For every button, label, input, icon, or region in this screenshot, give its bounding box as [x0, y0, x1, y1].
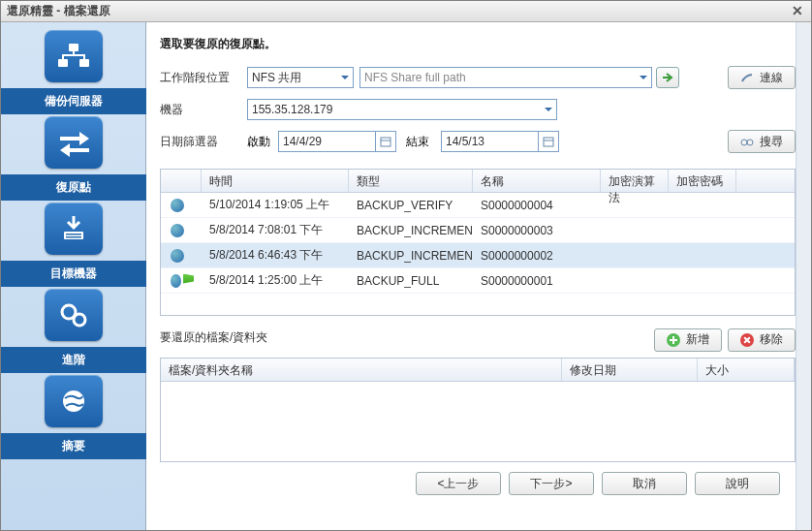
svg-rect-2	[79, 59, 89, 67]
date-filter-label: 日期篩選器	[160, 134, 247, 150]
globe-icon	[171, 199, 184, 212]
sidebar-label: 摘要	[1, 433, 146, 459]
sidebar: 備份伺服器 復原點 目標機器 進階	[1, 22, 146, 530]
content-area: 選取要復原的復原點。 工作階段位置 NFS 共用 NFS Share full …	[146, 22, 811, 530]
plug-icon	[740, 72, 754, 83]
search-button[interactable]: 搜尋	[728, 130, 796, 153]
cell-time: 5/10/2014 1:19:05 上午	[202, 197, 349, 213]
col-time[interactable]: 時間	[202, 170, 349, 192]
window-title: 還原精靈 - 檔案還原	[7, 3, 110, 19]
next-button[interactable]: 下一步>	[509, 472, 594, 495]
gears-icon	[45, 289, 103, 341]
calendar-icon[interactable]	[375, 131, 396, 152]
table-row[interactable]: 5/10/2014 1:19:05 上午BACKUP_VERIFYS000000…	[161, 193, 795, 218]
sidebar-item-target-machine[interactable]: 目標機器	[11, 203, 137, 287]
cell-type: BACKUP_FULL	[349, 274, 473, 288]
svg-point-13	[741, 140, 747, 145]
binoculars-icon	[740, 136, 754, 147]
svg-rect-3	[64, 232, 83, 239]
col-pwd[interactable]: 加密密碼	[669, 170, 736, 192]
flag-icon	[183, 274, 194, 284]
svg-rect-11	[544, 138, 553, 146]
x-icon	[740, 333, 754, 347]
add-button[interactable]: 新增	[654, 328, 722, 352]
arrows-icon	[45, 116, 103, 169]
cell-time: 5/8/2014 1:25:00 上午	[202, 272, 349, 289]
sidebar-label: 目標機器	[1, 261, 146, 287]
cell-type: BACKUP_INCREMENTAL	[349, 249, 473, 263]
vertical-scrollbar[interactable]	[796, 22, 811, 530]
wizard-window: 還原精靈 - 檔案還原 ✕ 備份伺服器 復原點 目標機器	[0, 0, 812, 531]
svg-rect-0	[69, 44, 78, 51]
sidebar-item-summary[interactable]: 摘要	[11, 375, 137, 459]
page-heading: 選取要復原的復原點。	[160, 36, 796, 52]
titlebar: 還原精靈 - 檔案還原 ✕	[1, 1, 811, 22]
sidebar-item-restore-point[interactable]: 復原點	[11, 116, 137, 201]
prev-button[interactable]: <上一步	[416, 472, 501, 495]
cell-name: S0000000003	[473, 224, 601, 237]
end-date-input[interactable]	[441, 131, 538, 152]
svg-rect-1	[58, 59, 68, 67]
grid2-header: 檔案/資料夾名稱 修改日期 大小	[161, 359, 795, 382]
download-icon	[45, 203, 103, 255]
cell-time: 5/8/2014 7:08:01 下午	[202, 222, 349, 238]
restore-points-grid: 時間 類型 名稱 加密演算法 加密密碼 5/10/2014 1:19:05 上午…	[160, 169, 796, 316]
svg-point-14	[747, 140, 753, 145]
arrow-right-icon	[661, 72, 674, 83]
wizard-footer: <上一步 下一步> 取消 說明	[160, 462, 796, 507]
calendar-icon[interactable]	[538, 131, 559, 152]
col-name[interactable]: 名稱	[473, 170, 601, 192]
svg-rect-4	[66, 234, 81, 235]
machine-label: 機器	[160, 102, 247, 118]
col-type[interactable]: 類型	[349, 170, 473, 192]
remove-button[interactable]: 移除	[728, 328, 796, 352]
globe-icon	[171, 249, 184, 263]
stage-path-input[interactable]: NFS Share full path	[359, 67, 652, 88]
col-size[interactable]: 大小	[698, 359, 795, 381]
cell-name: S0000000002	[473, 249, 601, 263]
sidebar-label: 進階	[1, 347, 146, 373]
sidebar-label: 備份伺服器	[1, 88, 146, 114]
grid-header: 時間 類型 名稱 加密演算法 加密密碼	[161, 170, 795, 193]
files-grid: 檔案/資料夾名稱 修改日期 大小	[160, 358, 796, 462]
go-button[interactable]	[656, 67, 679, 88]
connect-button[interactable]: 連線	[728, 66, 796, 89]
close-icon[interactable]: ✕	[790, 4, 805, 19]
table-row[interactable]: 5/8/2014 6:46:43 下午BACKUP_INCREMENTALS00…	[161, 243, 795, 268]
globe-icon	[171, 224, 184, 237]
svg-rect-9	[381, 138, 390, 146]
globe-icon	[171, 274, 181, 288]
help-button[interactable]: 說明	[695, 472, 780, 495]
cell-type: BACKUP_VERIFY	[349, 199, 473, 212]
end-label: 結束	[406, 134, 441, 150]
network-icon	[45, 30, 103, 82]
stage-type-select[interactable]: NFS 共用	[247, 67, 354, 88]
sidebar-label: 復原點	[1, 174, 146, 201]
start-label: 啟動	[247, 134, 278, 150]
svg-rect-5	[66, 236, 81, 238]
globe-icon	[45, 375, 103, 427]
svg-point-7	[74, 314, 85, 326]
svg-point-8	[63, 390, 84, 412]
cancel-button[interactable]: 取消	[602, 472, 687, 495]
col-alg[interactable]: 加密演算法	[601, 170, 669, 192]
col-filename[interactable]: 檔案/資料夾名稱	[161, 359, 562, 381]
machine-select[interactable]: 155.35.128.179	[247, 99, 557, 120]
plus-icon	[667, 333, 680, 347]
files-section-title: 要還原的檔案/資料夾	[160, 329, 267, 346]
cell-time: 5/8/2014 6:46:43 下午	[202, 247, 349, 264]
start-date-input[interactable]	[278, 131, 375, 152]
table-row[interactable]: 5/8/2014 7:08:01 下午BACKUP_INCREMENTALS00…	[161, 218, 795, 243]
sidebar-item-backup-server[interactable]: 備份伺服器	[11, 30, 137, 114]
sidebar-item-advanced[interactable]: 進階	[11, 289, 137, 373]
stage-location-label: 工作階段位置	[160, 70, 247, 86]
table-row[interactable]: 5/8/2014 1:25:00 上午BACKUP_FULLS000000000…	[161, 268, 795, 294]
cell-name: S0000000001	[473, 274, 601, 288]
col-modified[interactable]: 修改日期	[562, 359, 698, 381]
cell-name: S0000000004	[473, 199, 601, 212]
cell-type: BACKUP_INCREMENTAL	[349, 224, 473, 237]
